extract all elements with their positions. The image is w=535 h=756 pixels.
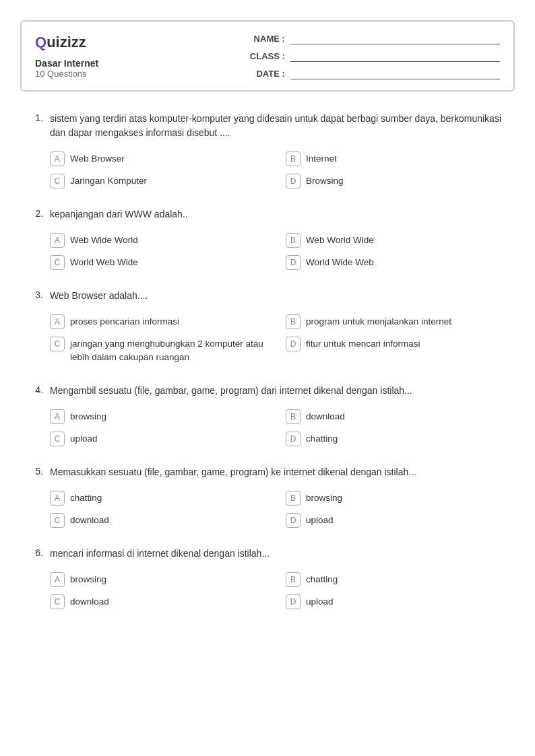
question-5-option-a[interactable]: Achatting: [50, 490, 272, 506]
question-2-num: 2.: [27, 207, 43, 221]
question-5-num: 5.: [27, 465, 43, 479]
option-letter-d: D: [286, 337, 301, 351]
question-1-options: AWeb BrowserBInternetCJaringan KomputerD…: [50, 151, 508, 188]
question-2-option-d[interactable]: DWorld Wide Web: [286, 254, 508, 270]
question-5-option-c[interactable]: Cdownload: [50, 512, 272, 528]
option-text-3-d: fitur untuk mencari informasi: [306, 336, 420, 351]
logo: Quizizz: [35, 34, 218, 51]
option-letter-a: A: [50, 409, 65, 424]
option-text-2-b: Web World Wide: [306, 232, 374, 247]
question-6-options: AbrowsingBchattingCdownloadDupload: [50, 572, 508, 609]
question-5-text-row: 5.Memasukkan sesuatu (file, gambar, game…: [27, 465, 508, 479]
option-letter-c: C: [50, 337, 65, 351]
option-text-6-a: browsing: [70, 572, 106, 586]
option-letter-b: B: [286, 572, 301, 587]
class-field-row: CLASS :: [245, 50, 500, 62]
question-4-text: Mengambil sesuatu (file, gambar, game, p…: [50, 384, 508, 398]
option-letter-c: C: [50, 432, 65, 446]
question-4-option-c[interactable]: Cupload: [50, 431, 272, 446]
question-2-option-a[interactable]: AWeb Wide World: [50, 232, 272, 248]
question-3-option-c[interactable]: Cjaringan yang menghubungkan 2 komputer …: [50, 336, 272, 365]
question-1-option-b[interactable]: BInternet: [286, 151, 508, 166]
option-letter-b: B: [286, 233, 301, 248]
question-3-num: 3.: [27, 289, 43, 303]
logo-q: Q: [35, 34, 46, 50]
option-text-2-d: World Wide Web: [306, 254, 374, 269]
option-letter-a: A: [50, 151, 65, 166]
option-text-4-a: browsing: [70, 409, 106, 423]
question-6-option-c[interactable]: Cdownload: [50, 594, 272, 609]
question-6-option-d[interactable]: Dupload: [286, 594, 508, 609]
class-line: [290, 50, 500, 62]
option-letter-a: A: [50, 314, 65, 329]
question-2-text: kepanjangan dari WWW adalah..: [50, 207, 508, 221]
option-text-5-a: chatting: [70, 490, 102, 505]
question-1-option-d[interactable]: DBrowsing: [286, 173, 508, 188]
header-right: NAME : CLASS : DATE :: [218, 32, 500, 79]
header-left: Quizizz Dasar Internet 10 Questions: [35, 32, 218, 79]
question-6-text-row: 6.mencari informasi di internet dikenal …: [27, 547, 508, 561]
question-4-option-d[interactable]: Dchatting: [286, 431, 508, 446]
question-6-option-a[interactable]: Abrowsing: [50, 572, 272, 587]
question-5-text: Memasukkan sesuatu (file, gambar, game, …: [50, 465, 508, 479]
question-1-num: 1.: [27, 112, 43, 140]
option-letter-c: C: [50, 513, 65, 528]
option-letter-b: B: [286, 151, 301, 166]
option-text-5-b: browsing: [306, 490, 342, 505]
question-5-option-b[interactable]: Bbrowsing: [286, 490, 508, 506]
quiz-title: Dasar Internet: [35, 58, 218, 69]
question-1-option-a[interactable]: AWeb Browser: [50, 151, 272, 166]
option-text-2-c: World Web Wide: [70, 254, 138, 269]
option-text-4-d: chatting: [306, 431, 338, 446]
option-text-6-c: download: [70, 594, 109, 609]
question-4-option-a[interactable]: Abrowsing: [50, 409, 272, 424]
question-4-num: 4.: [27, 384, 43, 398]
question-5: 5.Memasukkan sesuatu (file, gambar, game…: [27, 465, 508, 528]
option-letter-b: B: [286, 491, 301, 506]
name-field-row: NAME :: [245, 32, 500, 44]
option-text-1-c: Jaringan Komputer: [70, 173, 147, 188]
option-text-5-c: download: [70, 512, 109, 527]
question-2: 2.kepanjangan dari WWW adalah..AWeb Wide…: [27, 207, 508, 270]
question-3-text-row: 3.Web Browser adalah....: [27, 289, 508, 303]
option-letter-a: A: [50, 233, 65, 248]
question-6: 6.mencari informasi di internet dikenal …: [27, 547, 508, 609]
question-5-option-d[interactable]: Dupload: [286, 512, 508, 528]
question-2-text-row: 2.kepanjangan dari WWW adalah..: [27, 207, 508, 221]
logo-rest: uizizz: [46, 34, 86, 50]
question-3-option-b[interactable]: Bprogram untuk menjalankan internet: [286, 314, 508, 329]
option-text-6-d: upload: [306, 594, 334, 609]
question-5-options: AchattingBbrowsingCdownloadDupload: [50, 490, 508, 528]
question-1-option-c[interactable]: CJaringan Komputer: [50, 173, 272, 188]
option-text-3-c: jaringan yang menghubungkan 2 komputer a…: [70, 336, 272, 365]
question-3: 3.Web Browser adalah....Aproses pencaria…: [27, 289, 508, 365]
question-1-text: sistem yang terdiri atas komputer-komput…: [50, 112, 508, 140]
question-4-option-b[interactable]: Bdownload: [286, 409, 508, 424]
question-3-option-d[interactable]: Dfitur untuk mencari informasi: [286, 336, 508, 365]
option-text-4-b: download: [306, 409, 345, 423]
class-label: CLASS :: [245, 51, 285, 61]
question-3-option-a[interactable]: Aproses pencarian informasi: [50, 314, 272, 329]
question-6-option-b[interactable]: Bchatting: [286, 572, 508, 587]
option-text-1-b: Internet: [306, 151, 337, 166]
question-3-text: Web Browser adalah....: [50, 289, 508, 303]
option-letter-d: D: [286, 255, 301, 270]
option-text-6-b: chatting: [306, 572, 338, 586]
option-text-2-a: Web Wide World: [70, 232, 138, 247]
option-letter-b: B: [286, 314, 301, 329]
option-text-3-b: program untuk menjalankan internet: [306, 314, 451, 329]
option-letter-d: D: [286, 594, 301, 609]
name-line: [290, 32, 500, 44]
question-1-text-row: 1.sistem yang terdiri atas komputer-komp…: [27, 112, 508, 140]
option-letter-a: A: [50, 572, 65, 587]
question-6-text: mencari informasi di internet dikenal de…: [50, 547, 508, 561]
question-4-text-row: 4.Mengambil sesuatu (file, gambar, game,…: [27, 384, 508, 398]
option-text-1-d: Browsing: [306, 173, 344, 188]
option-letter-c: C: [50, 594, 65, 609]
question-4-options: AbrowsingBdownloadCuploadDchatting: [50, 409, 508, 446]
question-4: 4.Mengambil sesuatu (file, gambar, game,…: [27, 384, 508, 446]
date-line: [290, 67, 500, 79]
question-2-option-b[interactable]: BWeb World Wide: [286, 232, 508, 248]
option-letter-c: C: [50, 255, 65, 270]
question-2-option-c[interactable]: CWorld Web Wide: [50, 254, 272, 270]
